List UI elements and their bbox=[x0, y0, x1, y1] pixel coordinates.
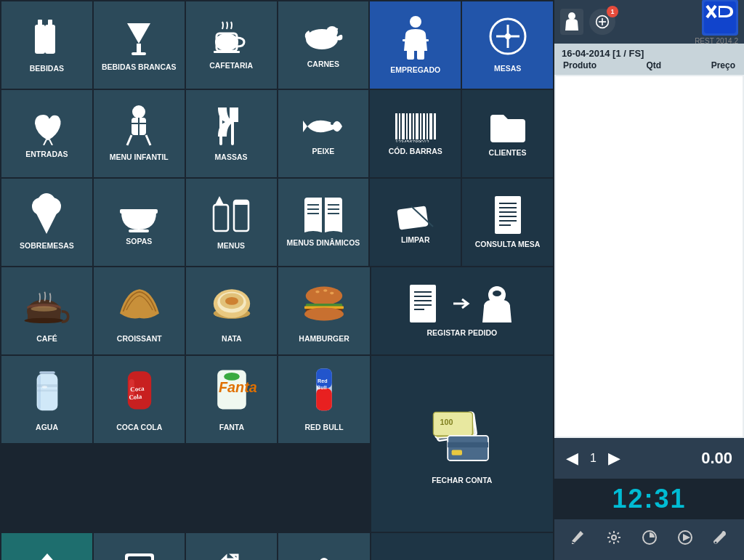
row-5: Agua Coca Cola Coca Cola bbox=[0, 356, 554, 532]
red-bull-button[interactable]: Red Bull Red Bull bbox=[278, 356, 369, 443]
clientes-button[interactable]: CLIENTES bbox=[462, 90, 553, 177]
svg-point-94 bbox=[493, 291, 501, 296]
svg-point-149 bbox=[714, 542, 716, 544]
svg-point-31 bbox=[331, 122, 333, 125]
barcode-icon: 123456789012 bbox=[392, 110, 439, 142]
cod-barras-button[interactable]: 123456789012 CÓD. BARRAS bbox=[370, 90, 461, 177]
svg-rect-62 bbox=[495, 196, 521, 234]
alterar-preco-button[interactable]: ALTERAR PREÇO bbox=[94, 533, 185, 560]
svg-point-12 bbox=[410, 16, 421, 28]
svg-text:123456789012: 123456789012 bbox=[395, 139, 429, 142]
cafetaria-label: Cafetaria bbox=[209, 61, 253, 71]
svg-rect-36 bbox=[409, 113, 411, 139]
gear-icon[interactable] bbox=[606, 529, 622, 550]
menus-button[interactable]: Menus bbox=[186, 179, 277, 266]
nav-prev-button[interactable]: ◀ bbox=[566, 449, 578, 468]
agua-button[interactable]: Agua bbox=[1, 356, 92, 443]
entradas-button[interactable]: Entradas bbox=[1, 90, 92, 177]
croissant-photo bbox=[113, 277, 166, 330]
take-away-button[interactable]: TAKE AWAY bbox=[278, 533, 369, 560]
peixe-button[interactable]: Peixe bbox=[278, 90, 369, 177]
svg-marker-4 bbox=[127, 23, 150, 44]
play-icon[interactable] bbox=[677, 529, 693, 550]
menu-infantil-label: Menu Infantil bbox=[110, 153, 169, 163]
bebidas-brancas-button[interactable]: Bebidas Brancas bbox=[94, 1, 185, 89]
waiter-box[interactable] bbox=[560, 9, 583, 35]
col-headers: Produto Qtd Preço bbox=[562, 60, 737, 70]
fanta-label: Fanta bbox=[219, 423, 244, 433]
empregado-button[interactable]: EMPREGADO bbox=[370, 1, 461, 89]
table-icon-box[interactable]: 1 bbox=[589, 9, 615, 35]
sopas-button[interactable]: Sopas bbox=[94, 179, 185, 266]
col-qtd: Qtd bbox=[646, 60, 661, 70]
bebidas-button[interactable]: Bebidas bbox=[1, 1, 92, 89]
svg-marker-148 bbox=[683, 534, 690, 541]
row-2: Entradas Menu Infantil bbox=[0, 90, 554, 177]
consulta-mesa-label: CONSULTA MESA bbox=[475, 240, 541, 250]
nav-next-button[interactable]: ▶ bbox=[608, 449, 620, 468]
hamburger-button[interactable]: Hamburger bbox=[278, 267, 369, 354]
coca-cola-label: Coca Cola bbox=[116, 423, 162, 433]
transferencia-button[interactable]: TRANSFERÊNCIA bbox=[186, 533, 277, 560]
cafe-photo bbox=[21, 277, 73, 330]
svg-rect-115 bbox=[433, 413, 472, 436]
pencil-icon[interactable] bbox=[570, 529, 586, 550]
wrench-icon[interactable] bbox=[713, 529, 729, 550]
svg-rect-49 bbox=[120, 209, 158, 214]
fanta-button[interactable]: Fanta Fanta bbox=[186, 356, 277, 443]
order-area bbox=[556, 76, 743, 437]
gingerbread-icon bbox=[121, 105, 156, 148]
time-display: 12:31 bbox=[612, 484, 686, 514]
cafe-button[interactable]: Café bbox=[1, 267, 92, 354]
svg-rect-5 bbox=[137, 44, 141, 52]
cafetaria-button[interactable]: Cafetaria bbox=[186, 1, 277, 89]
mesas-button[interactable]: MESAS bbox=[462, 1, 553, 89]
clock-icon[interactable] bbox=[642, 529, 658, 550]
svg-point-79 bbox=[306, 287, 342, 305]
menus-dinamicos-button[interactable]: Menus Dinâmicos bbox=[278, 179, 369, 266]
svg-rect-95 bbox=[39, 371, 55, 374]
carnes-button[interactable]: Carnes bbox=[278, 1, 369, 89]
menu-infantil-button[interactable]: Menu Infantil bbox=[94, 90, 185, 177]
fechar-conta-button[interactable]: 100 FECHAR CONTA bbox=[371, 356, 553, 532]
massas-label: Massas bbox=[215, 153, 248, 163]
right-info: 16-04-2014 [1 / FS] Produto Qtd Preço bbox=[554, 44, 744, 75]
sopas-label: Sopas bbox=[126, 237, 152, 247]
svg-text:Bull: Bull bbox=[317, 385, 327, 391]
fanta-photo: Fanta bbox=[206, 366, 258, 418]
registar-icon-group bbox=[408, 283, 516, 324]
sobremesas-button[interactable]: Sobremesas bbox=[1, 179, 92, 266]
massas-button[interactable]: Massas bbox=[186, 90, 277, 177]
fish-icon bbox=[302, 110, 345, 142]
croissant-button[interactable]: Croissant bbox=[94, 267, 185, 354]
svg-point-47 bbox=[38, 193, 55, 211]
croissant-label: Croissant bbox=[117, 334, 162, 344]
col-preco: Preço bbox=[711, 60, 735, 70]
registar-pedido-button[interactable]: REGISTAR PEDIDO bbox=[371, 267, 553, 354]
calculator-icon bbox=[122, 551, 157, 560]
peixe-label: Peixe bbox=[312, 147, 334, 157]
svg-rect-35 bbox=[406, 113, 408, 139]
row-4: Café Croissant bbox=[0, 267, 554, 354]
limpar-button[interactable]: LIMPAR bbox=[370, 179, 461, 266]
bebidas-label: Bebidas bbox=[30, 64, 64, 74]
bowl-icon bbox=[117, 198, 161, 232]
nata-button[interactable]: Nata bbox=[186, 267, 277, 354]
chicken-icon bbox=[302, 20, 345, 55]
quantidade-button[interactable]: QUANTIDADE bbox=[1, 533, 92, 560]
consulta-mesa-button[interactable]: CONSULTA MESA bbox=[462, 179, 553, 266]
svg-rect-15 bbox=[407, 49, 414, 60]
coca-cola-button[interactable]: Coca Cola Coca Cola bbox=[94, 356, 185, 443]
svg-point-78 bbox=[225, 297, 238, 305]
svg-rect-43 bbox=[434, 113, 436, 139]
book-icon bbox=[302, 196, 345, 234]
svg-point-25 bbox=[132, 105, 145, 118]
coffee-icon bbox=[211, 19, 251, 57]
col-produto: Produto bbox=[563, 60, 597, 70]
menus-dinamicos-label: Menus Dinâmicos bbox=[286, 238, 360, 248]
eraser-icon bbox=[395, 199, 436, 231]
svg-rect-118 bbox=[448, 442, 488, 447]
drinks-icon bbox=[211, 193, 251, 237]
svg-rect-124 bbox=[128, 556, 151, 560]
clientes-label: CLIENTES bbox=[489, 148, 527, 158]
